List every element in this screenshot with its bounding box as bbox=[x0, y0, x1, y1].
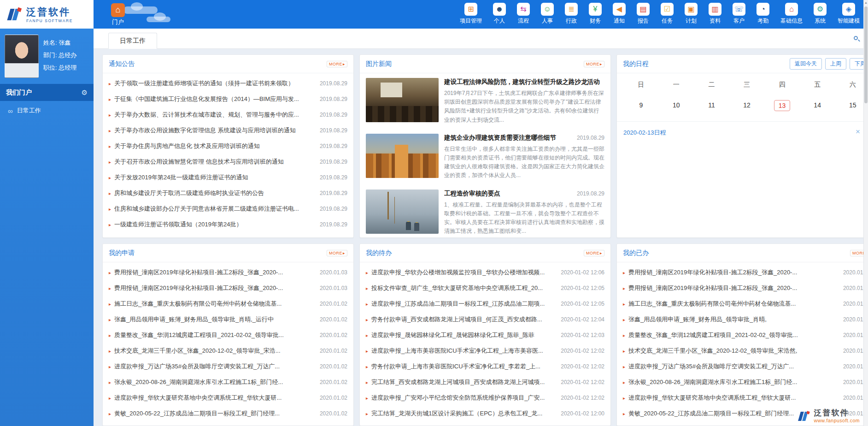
todo-text[interactable]: 完工结算_西安成都路龙湖上河城项目_西安成都路龙湖上河城项... bbox=[371, 378, 556, 386]
application-text[interactable]: 张永银_2020-08-26_湖南洞庭湖水库引水工程施工1标_部门经... bbox=[114, 378, 315, 386]
scrollbar-thumb[interactable] bbox=[864, 6, 868, 103]
list-item[interactable]: ▸ 劳务付款申请_上海市美容医院ICU手术室净化工程_李若若_上... 2020… bbox=[366, 359, 604, 374]
list-item[interactable]: ▸ 施工日志_张鑫_重庆太极制药有限公司亳州中药材仓储物流基... 2020.0… bbox=[109, 296, 347, 312]
todo-text[interactable]: 劳务付款申请_西安成都路龙湖上河城项目_何正茂_西安成都路... bbox=[371, 315, 556, 324]
list-item[interactable]: ▸ 完工结算_龙湖天街城1区设计采购施工（EPC）总承包工程_龙... 2020… bbox=[366, 406, 604, 421]
list-item[interactable]: ▸ 费用报销_潼南区2019年绿化补贴项目-施工2标段_张鑫_2020-... … bbox=[109, 265, 347, 280]
vertical-scrollbar[interactable]: ▲ bbox=[863, 0, 868, 426]
list-item[interactable]: ▸ 技术交底_龙湖三千里小区_张鑫_2020-12-02_领导审批_宋浩... … bbox=[109, 343, 347, 359]
list-item[interactable]: ▸ 房和城乡建设厅关于取消二级建造师临时执业证书的公告 2019.08.29 bbox=[109, 185, 347, 201]
application-text[interactable]: 费用报销_潼南区2019年绿化补贴项目-施工2标段_张鑫_2020-... bbox=[114, 268, 315, 277]
list-item[interactable]: ▸ 关于发放2019年第24批一级建造师注册证书的通知 2019.08.29 bbox=[109, 170, 347, 185]
application-text[interactable]: 黄敏_2020-05-22_江苏成品油二期项目一标段工程_部门经理... bbox=[114, 409, 315, 418]
more-button[interactable]: MORE bbox=[584, 250, 604, 256]
calendar-date[interactable]: 9 bbox=[635, 100, 647, 110]
news-item[interactable]: 工程造价审核的要点 2019.08.29 1、核准工程量。工程量是编制决算最基本… bbox=[360, 185, 610, 238]
module-nav-item[interactable]: ☻ 个人 bbox=[493, 3, 506, 25]
list-item[interactable]: ▸ 张鑫_用品领用申请_账簿_财务用品_领导审批_肖晴,_运行中 2020.01… bbox=[109, 312, 347, 327]
list-item[interactable]: ▸ 施工日志_张鑫_重庆太极制药有限公司亳州中药材仓储物流基... 2020.0… bbox=[623, 296, 868, 312]
news-title[interactable]: 建设工程法律风险防范，建筑行业转型升级之路沙龙活动 bbox=[444, 78, 600, 86]
module-nav-item[interactable]: ◔ 考勤 bbox=[757, 3, 769, 25]
list-item[interactable]: ▸ 黄敏_2020-05-22_江苏成品油二期项目一标段工程_部门经理... 2… bbox=[109, 406, 347, 421]
list-item[interactable]: ▸ 完工结算_西安成都路龙湖上河城项目_西安成都路龙湖上河城项... 2020-… bbox=[366, 374, 604, 390]
module-nav-item[interactable]: ▥ 资料 bbox=[709, 3, 721, 25]
application-text[interactable]: 张鑫_用品领用申请_账簿_财务用品_领导审批_肖晴,_运行中 bbox=[114, 315, 315, 324]
news-title[interactable]: 工程造价审核的要点 bbox=[444, 189, 500, 198]
notice-text[interactable]: 关于举办住房与房地产信息化 技术及应用培训班的通知 bbox=[114, 142, 315, 150]
nav-item-portal[interactable]: ⌂ 门户 bbox=[104, 3, 132, 26]
module-nav-item[interactable]: ▤ 报告 bbox=[637, 3, 650, 25]
application-text[interactable]: 施工日志_张鑫_重庆太极制药有限公司亳州中药材仓储物流基... bbox=[114, 300, 315, 308]
done-text[interactable]: 张永银_2020-08-26_湖南洞庭湖水库引水工程施工1标_部门经... bbox=[628, 378, 839, 386]
search-icon[interactable] bbox=[854, 36, 858, 40]
module-nav-item[interactable]: ≣ 行政 bbox=[565, 3, 578, 25]
calendar-date[interactable]: 10 bbox=[669, 100, 684, 110]
list-item[interactable]: ▸ 进度款申报_万达广场35#会所及咖啡厅空调安装工程_万达广... 2020.… bbox=[109, 359, 347, 374]
news-item[interactable]: 建设工程法律风险防范，建筑行业转型升级之路沙龙活动 2019年7月27日下午，土… bbox=[360, 73, 610, 129]
module-nav-item[interactable]: ⇆ 流程 bbox=[517, 3, 530, 25]
tab-daily-work[interactable]: 日常工作 bbox=[108, 33, 157, 49]
more-button[interactable]: MORE bbox=[327, 250, 347, 256]
list-item[interactable]: ▸ 住房和城乡建设部办公厅关于同意吉林省开展二级建造师注册证书电... 2019… bbox=[109, 201, 347, 217]
list-item[interactable]: ▸ 张鑫_用品领用申请_账簿_财务用品_领导审批_肖晴, 2020.01.02 bbox=[623, 312, 868, 327]
module-nav-item[interactable]: ☑ 任务 bbox=[661, 3, 674, 25]
calendar-date[interactable]: 11 bbox=[704, 100, 719, 110]
notice-text[interactable]: 关于举办大数据、云计算技术在城市建设、规划、管理与服务中的应... bbox=[114, 111, 315, 119]
calendar-date[interactable]: 15 bbox=[845, 100, 861, 110]
application-text[interactable]: 进度款申报_万达广场35#会所及咖啡厅空调安装工程_万达广... bbox=[114, 362, 315, 371]
calendar-date[interactable]: 12 bbox=[739, 100, 755, 110]
module-nav-item[interactable]: ¥ 财务 bbox=[589, 3, 602, 25]
list-item[interactable]: ▸ 进度款申报_江苏成品油二期项目一标段工程_江苏成品油二期项... 2020-… bbox=[366, 296, 604, 312]
done-text[interactable]: 进度款申报_华软大厦研究基地中央空调系统工程_华软大厦研... bbox=[628, 394, 839, 402]
done-text[interactable]: 质量整改_张鑫_华润12城房建工程项目_2021-02-02_领导审批... bbox=[628, 331, 839, 339]
module-nav-item[interactable]: ◀ 通知 bbox=[613, 3, 626, 25]
calendar-button[interactable]: 上周 bbox=[825, 58, 846, 70]
more-button[interactable]: MORE bbox=[327, 61, 347, 67]
list-item[interactable]: ▸ 质量整改_张鑫_华润12城房建工程项目_2021-02-02_领导审批...… bbox=[623, 327, 868, 343]
notice-text[interactable]: 房和城乡建设厅关于取消二级建造师临时执业证书的公告 bbox=[114, 189, 315, 197]
notice-text[interactable]: 关于召开市政公用设施智慧化管理 信息技术与应用培训班的通知 bbox=[114, 158, 315, 166]
list-item[interactable]: ▸ 进度款申报_万达广场35#会所及咖啡厅空调安装工程_万达广... 2020.… bbox=[623, 359, 868, 374]
list-item[interactable]: ▸ 关于举办大数据、云计算技术在城市建设、规划、管理与服务中的应... 2019… bbox=[109, 107, 347, 123]
done-text[interactable]: 施工日志_张鑫_重庆太极制药有限公司亳州中药材仓储物流基... bbox=[628, 300, 839, 308]
list-item[interactable]: ▸ 关于举办市政公用设施数字化管理信息 系统建设与应用培训班的通知 2019.0… bbox=[109, 123, 347, 138]
module-nav-item[interactable]: ⊞ 项目管理 bbox=[460, 3, 482, 25]
done-text[interactable]: 费用报销_潼南区2019年绿化补贴项目-施工2标段_张鑫_2020-... bbox=[628, 268, 839, 277]
module-nav-item[interactable]: ▣ 计划 bbox=[685, 3, 698, 25]
notice-text[interactable]: 住房和城乡建设部办公厅关于同意吉林省开展二级建造师注册证书电... bbox=[114, 205, 315, 213]
list-item[interactable]: ▸ 一级建造师注册证书领取通知（2019年第24批） 2019.08.29 bbox=[109, 217, 347, 232]
gear-icon[interactable]: ⚙ bbox=[82, 89, 88, 97]
done-text[interactable]: 技术交底_龙湖三千里小区_张鑫_2020-12-02_领导审批_宋浩然, bbox=[628, 347, 839, 355]
todo-text[interactable]: 进度款申报_晟铭园林绿化工程_晟铭园林绿化工程_陈菲_陈菲 bbox=[371, 331, 556, 339]
todo-text[interactable]: 完工结算_龙湖天街城1区设计采购施工（EPC）总承包工程_龙... bbox=[371, 409, 556, 418]
close-icon[interactable]: × bbox=[856, 128, 860, 136]
list-item[interactable]: ▸ 费用报销_潼南区2019年绿化补贴项目-施工2标段_张鑫_2020-... … bbox=[623, 265, 868, 280]
module-nav-item[interactable]: ◈ 智能建模 bbox=[838, 3, 860, 25]
list-item[interactable]: ▸ 关于领取一级注册建造师增项证书的通知（须持一建证书前来领取） 2019.08… bbox=[109, 76, 347, 91]
list-item[interactable]: ▸ 进度款申报_广安邓小平纪念馆安全防范系统维护保养项目_广安... 2020-… bbox=[366, 390, 604, 406]
application-text[interactable]: 技术交底_龙湖三千里小区_张鑫_2020-12-02_领导审批_宋浩... bbox=[114, 347, 315, 355]
done-text[interactable]: 进度款申报_万达广场35#会所及咖啡厅空调安装工程_万达广... bbox=[628, 362, 839, 371]
scrollbar-up-icon[interactable]: ▲ bbox=[864, 0, 868, 6]
more-button[interactable]: MORE bbox=[584, 61, 604, 67]
done-text[interactable]: 费用报销_潼南区2019年绿化补贴项目-施工2标段_张鑫_2020-... bbox=[628, 284, 839, 292]
list-item[interactable]: ▸ 关于召开市政公用设施智慧化管理 信息技术与应用培训班的通知 2019.08.… bbox=[109, 154, 347, 170]
notice-text[interactable]: 关于发放2019年第24批一级建造师注册证书的通知 bbox=[114, 173, 315, 182]
list-item[interactable]: ▸ 费用报销_潼南区2019年绿化补贴项目-施工2标段_张鑫_2020-... … bbox=[109, 280, 347, 296]
sidebar-item-daily-work[interactable]: ∞ 日常工作 bbox=[0, 101, 94, 120]
list-item[interactable]: ▸ 进度款申报_华软大厦研究基地中央空调系统工程_华软大厦研... 2020.0… bbox=[109, 390, 347, 406]
todo-text[interactable]: 进度款申报_华软办公楼增加视频监控项目_华软办公楼增加视频... bbox=[371, 268, 556, 277]
todo-text[interactable]: 进度款申报_上海市美容医院ICU手术室净化工程_上海市美容医... bbox=[371, 347, 556, 355]
news-item[interactable]: 建筑企业办理建筑资质需要注意哪些细节 2019.08.29 在日常生活中，很多人… bbox=[360, 129, 610, 185]
done-text[interactable]: 张鑫_用品领用申请_账簿_财务用品_领导审批_肖晴, bbox=[628, 315, 839, 324]
list-item[interactable]: ▸ 张永银_2020-08-26_湖南洞庭湖水库引水工程施工1标_部门经... … bbox=[109, 374, 347, 390]
application-text[interactable]: 进度款申报_华软大厦研究基地中央空调系统工程_华软大厦研... bbox=[114, 394, 315, 402]
application-text[interactable]: 质量整改_张鑫_华润12城房建工程项目_2021-02-02_领导审批... bbox=[114, 331, 315, 339]
notice-text[interactable]: 一级建造师注册证书领取通知（2019年第24批） bbox=[114, 220, 315, 229]
calendar-button[interactable]: 返回今天 bbox=[790, 58, 822, 70]
list-item[interactable]: ▸ 进度款申报_华软大厦研究基地中央空调系统工程_华软大厦研... 2020.0… bbox=[623, 390, 868, 406]
list-item[interactable]: ▸ 劳务付款申请_西安成都路龙湖上河城项目_何正茂_西安成都路... 2020-… bbox=[366, 312, 604, 327]
module-nav-item[interactable]: ☏ 客户 bbox=[733, 3, 745, 25]
list-item[interactable]: ▸ 于征集《中国建筑施工行业信息化发展报告（2014）—BIM应用与发... 2… bbox=[109, 91, 347, 107]
list-item[interactable]: ▸ 进度款申报_晟铭园林绿化工程_晟铭园林绿化工程_陈菲_陈菲 2020-01-… bbox=[366, 327, 604, 343]
